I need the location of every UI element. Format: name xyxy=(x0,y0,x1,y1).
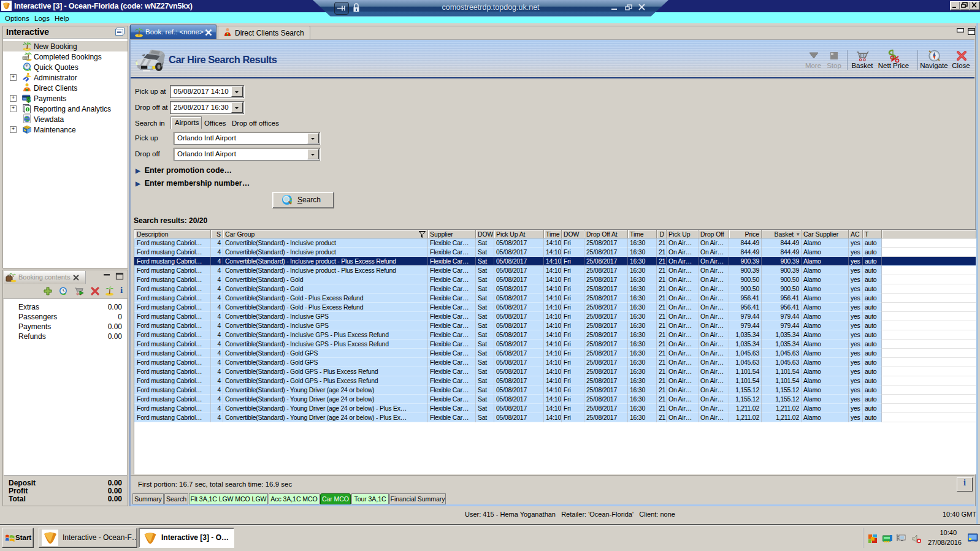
svg-text:$: $ xyxy=(26,96,31,103)
